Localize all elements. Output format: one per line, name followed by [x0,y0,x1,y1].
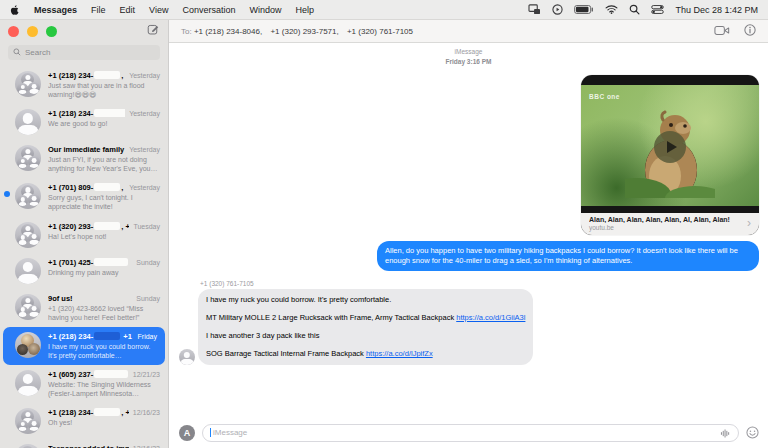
conversation-title: +1 (218) 234- +1 (32… [48,332,134,341]
recipient-2[interactable]: +1 (320) 293-7571, [270,27,338,36]
conversation-title: +1 (218) 234- [48,109,125,118]
conversation-date: Tuesday [129,223,160,230]
window-close-button[interactable] [8,26,19,37]
conversation-row-9[interactable]: +1 (605) 237-12/21/23 Website: The Singi… [0,365,168,403]
imessage-apps-button[interactable]: A [179,425,195,441]
incoming-message-group: +1 (320) 761-7105 I have my ruck you cou… [179,280,768,366]
service-label: iMessage [169,47,768,57]
menu-bar-clock[interactable]: Thu Dec 28 1:42 PM [675,5,758,15]
message-transcript[interactable]: iMessage Friday 3:16 PM BBC one [169,43,768,419]
sender-label: +1 (320) 761-7105 [200,280,768,287]
conversation-title: +1 (218) 234-, +1 (3… [48,408,129,417]
link-preview-footer[interactable]: Alan, Alan, Alan, Alan, Alan, Al, Alan, … [581,213,759,235]
service-date-header: iMessage Friday 3:16 PM [169,47,768,67]
conversation-row-10[interactable]: +1 (218) 234-, +1 (3…12/16/23 Oh yes! [0,403,168,439]
conversation-preview: Sorry guys, I can't tonight. I appreciat… [48,193,160,211]
group-photo-avatar [15,332,41,358]
conversation-title: Teenager added to imme… [48,444,129,448]
youtube-link-preview[interactable]: BBC one [581,75,759,235]
message-line: I have another 3 day pack like this [206,331,525,341]
play-circle-icon[interactable] [552,4,563,15]
video-title: Alan, Alan, Alan, Alan, Alan, Al, Alan, … [589,216,743,223]
menu-edit[interactable]: Edit [120,5,136,15]
emoji-picker-icon[interactable] [746,426,759,439]
wifi-icon[interactable] [605,5,618,14]
redacted-text [94,408,120,416]
conversation-date: Yesterday [125,146,160,153]
conversation-preview: Oh yes! [48,418,160,427]
conversation-row-11[interactable]: Teenager added to imme…12/16/23 She look… [0,439,168,448]
compose-new-message-button[interactable] [147,22,160,40]
recipient-3[interactable]: +1 (320) 761-7105 [347,27,413,36]
conversation-panel: To: +1 (218) 234-8046, +1 (320) 293-7571… [169,20,768,448]
control-center-icon[interactable] [651,5,664,14]
conversation-row-2[interactable]: +1 (218) 234-Yesterday We are good to go… [0,104,168,140]
conversation-preview: Just saw that you are in a flood warning… [48,81,160,99]
screen-mirroring-icon[interactable] [528,4,541,15]
audio-message-icon[interactable] [720,424,731,442]
recipient-1[interactable]: +1 (218) 234-8046, [194,27,262,36]
apple-menu-icon[interactable] [10,4,20,16]
details-info-icon[interactable] [744,24,756,38]
window-minimize-button[interactable] [27,26,38,37]
message-input-placeholder: iMessage [213,428,718,437]
battery-icon [574,5,594,14]
timestamp-label: Friday 3:16 PM [169,57,768,67]
redacted-text [94,71,120,79]
conversation-row-3[interactable]: Our immediate family of 8Yesterday Just … [0,140,168,178]
message-line: MT Military MOLLE 2 Large Rucksack with … [206,313,525,323]
redacted-text [94,258,128,266]
conversation-preview: Drinking my pain away [48,268,160,277]
message-input[interactable]: iMessage [202,424,739,442]
window-zoom-button[interactable] [46,26,57,37]
menu-file[interactable]: File [91,5,106,15]
group-avatar [15,222,41,248]
facetime-video-icon[interactable] [714,25,730,38]
group-avatar [15,444,41,448]
menu-app-name[interactable]: Messages [34,5,77,15]
menu-view[interactable]: View [149,5,168,15]
message-bubble-outgoing: Allen, do you happen to have two militar… [377,241,759,271]
redacted-text [94,109,125,117]
conversation-title: +1 (218) 234-, +1 (… [48,71,125,80]
play-button-icon[interactable] [654,131,686,163]
conversation-title: 9of us! [48,294,73,303]
person-avatar [15,258,41,284]
menu-help[interactable]: Help [295,5,314,15]
conversation-preview: Just an FYI, if you are not doing anythi… [48,155,160,173]
amazon-link[interactable]: https://a.co/d/lJpifZx [366,349,433,358]
conversation-preview: I have my ruck you could borrow. It's pr… [48,342,157,360]
conversation-date: Sunday [132,295,160,302]
conversation-date: 12/16/23 [129,409,160,416]
message-composer: A iMessage [169,419,768,448]
conversation-date: Yesterday [125,72,160,79]
conversation-row-6[interactable]: +1 (701) 425-Sunday Drinking my pain awa… [0,253,168,289]
group-avatar [15,408,41,434]
search-placeholder: Search [25,48,50,57]
search-icon [13,48,21,58]
conversation-row-5[interactable]: +1 (320) 293-, +1 (3…Tuesday Ha! Let's h… [0,217,168,253]
conversation-header: To: +1 (218) 234-8046, +1 (320) 293-7571… [169,20,768,43]
conversation-preview: We are good to go! [48,119,160,128]
unread-indicator-dot [4,191,10,197]
menu-bar: Messages File Edit View Conversation Win… [0,0,768,20]
chevron-right-icon: › [743,217,751,229]
conversation-row-1[interactable]: +1 (218) 234-, +1 (…Yesterday Just saw t… [0,66,168,104]
conversation-row-8-selected[interactable]: +1 (218) 234- +1 (32…Friday I have my ru… [3,327,165,365]
message-line: SOG Barrage Tactical Internal Frame Back… [206,349,525,359]
conversation-date: Friday [134,333,157,340]
redacted-text [94,370,128,378]
video-thumbnail[interactable]: BBC one [581,85,759,206]
menu-window[interactable]: Window [249,5,281,15]
search-input[interactable]: Search [8,45,160,60]
conversation-row-4[interactable]: +1 (701) 809-, +1 (…Yesterday Sorry guys… [0,178,168,216]
group-avatar [15,71,41,97]
conversation-row-7[interactable]: 9of us!Sunday +1 (320) 423-8662 loved “M… [0,289,168,327]
search-icon[interactable] [629,4,640,15]
menu-conversation[interactable]: Conversation [182,5,235,15]
amazon-link[interactable]: https://a.co/d/1GiiA3l [456,313,525,322]
conversation-title: +1 (605) 237- [48,370,129,379]
message-line: I have my ruck you could borrow. It's pr… [206,295,525,305]
channel-logo: BBC one [589,93,620,100]
conversation-date: Yesterday [125,110,160,117]
